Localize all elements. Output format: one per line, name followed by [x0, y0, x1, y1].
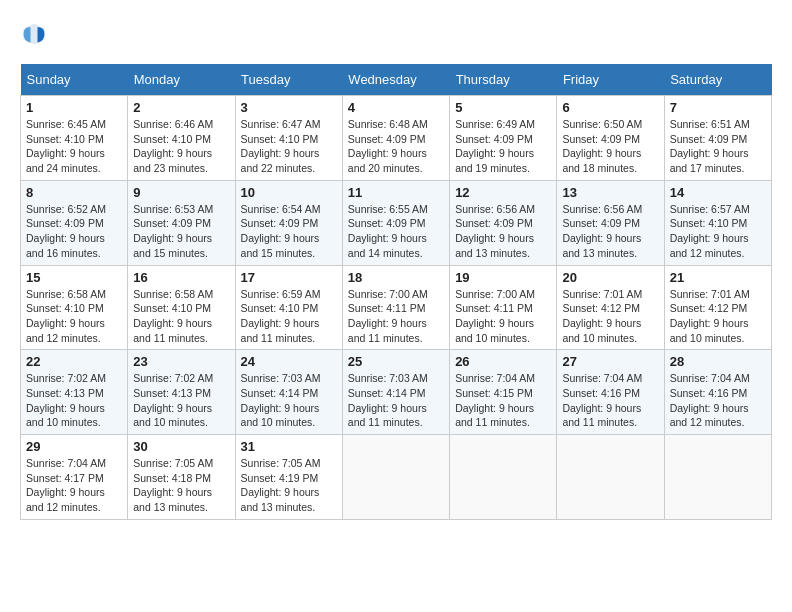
- day-info: Sunrise: 7:01 AMSunset: 4:12 PMDaylight:…: [562, 287, 658, 346]
- day-info: Sunrise: 6:56 AMSunset: 4:09 PMDaylight:…: [455, 202, 551, 261]
- calendar-cell: 29Sunrise: 7:04 AMSunset: 4:17 PMDayligh…: [21, 435, 128, 520]
- day-info: Sunrise: 6:45 AMSunset: 4:10 PMDaylight:…: [26, 117, 122, 176]
- day-number: 26: [455, 354, 551, 369]
- calendar-week-4: 22Sunrise: 7:02 AMSunset: 4:13 PMDayligh…: [21, 350, 772, 435]
- day-info: Sunrise: 7:02 AMSunset: 4:13 PMDaylight:…: [133, 371, 229, 430]
- calendar-cell: 28Sunrise: 7:04 AMSunset: 4:16 PMDayligh…: [664, 350, 771, 435]
- day-number: 31: [241, 439, 337, 454]
- calendar-cell: 3Sunrise: 6:47 AMSunset: 4:10 PMDaylight…: [235, 96, 342, 181]
- calendar-cell: 10Sunrise: 6:54 AMSunset: 4:09 PMDayligh…: [235, 180, 342, 265]
- calendar-cell: 17Sunrise: 6:59 AMSunset: 4:10 PMDayligh…: [235, 265, 342, 350]
- day-info: Sunrise: 6:59 AMSunset: 4:10 PMDaylight:…: [241, 287, 337, 346]
- day-info: Sunrise: 6:47 AMSunset: 4:10 PMDaylight:…: [241, 117, 337, 176]
- day-info: Sunrise: 6:50 AMSunset: 4:09 PMDaylight:…: [562, 117, 658, 176]
- calendar-cell: 27Sunrise: 7:04 AMSunset: 4:16 PMDayligh…: [557, 350, 664, 435]
- calendar-table: SundayMondayTuesdayWednesdayThursdayFrid…: [20, 64, 772, 520]
- calendar-week-5: 29Sunrise: 7:04 AMSunset: 4:17 PMDayligh…: [21, 435, 772, 520]
- day-info: Sunrise: 7:04 AMSunset: 4:15 PMDaylight:…: [455, 371, 551, 430]
- weekday-header-wednesday: Wednesday: [342, 64, 449, 96]
- calendar-cell: 30Sunrise: 7:05 AMSunset: 4:18 PMDayligh…: [128, 435, 235, 520]
- calendar-cell: [450, 435, 557, 520]
- day-number: 5: [455, 100, 551, 115]
- day-number: 14: [670, 185, 766, 200]
- day-number: 21: [670, 270, 766, 285]
- day-info: Sunrise: 6:57 AMSunset: 4:10 PMDaylight:…: [670, 202, 766, 261]
- day-number: 28: [670, 354, 766, 369]
- day-info: Sunrise: 7:00 AMSunset: 4:11 PMDaylight:…: [455, 287, 551, 346]
- weekday-header-friday: Friday: [557, 64, 664, 96]
- calendar-cell: 25Sunrise: 7:03 AMSunset: 4:14 PMDayligh…: [342, 350, 449, 435]
- day-number: 27: [562, 354, 658, 369]
- calendar-cell: 16Sunrise: 6:58 AMSunset: 4:10 PMDayligh…: [128, 265, 235, 350]
- day-info: Sunrise: 7:04 AMSunset: 4:16 PMDaylight:…: [670, 371, 766, 430]
- day-info: Sunrise: 7:00 AMSunset: 4:11 PMDaylight:…: [348, 287, 444, 346]
- calendar-cell: 13Sunrise: 6:56 AMSunset: 4:09 PMDayligh…: [557, 180, 664, 265]
- day-info: Sunrise: 6:51 AMSunset: 4:09 PMDaylight:…: [670, 117, 766, 176]
- day-number: 22: [26, 354, 122, 369]
- day-info: Sunrise: 6:58 AMSunset: 4:10 PMDaylight:…: [133, 287, 229, 346]
- weekday-header-sunday: Sunday: [21, 64, 128, 96]
- day-info: Sunrise: 7:01 AMSunset: 4:12 PMDaylight:…: [670, 287, 766, 346]
- day-number: 11: [348, 185, 444, 200]
- day-info: Sunrise: 6:46 AMSunset: 4:10 PMDaylight:…: [133, 117, 229, 176]
- day-number: 25: [348, 354, 444, 369]
- weekday-header-tuesday: Tuesday: [235, 64, 342, 96]
- day-number: 6: [562, 100, 658, 115]
- day-number: 15: [26, 270, 122, 285]
- day-number: 29: [26, 439, 122, 454]
- day-number: 7: [670, 100, 766, 115]
- day-info: Sunrise: 6:52 AMSunset: 4:09 PMDaylight:…: [26, 202, 122, 261]
- calendar-cell: 24Sunrise: 7:03 AMSunset: 4:14 PMDayligh…: [235, 350, 342, 435]
- day-number: 12: [455, 185, 551, 200]
- day-number: 16: [133, 270, 229, 285]
- calendar-cell: 11Sunrise: 6:55 AMSunset: 4:09 PMDayligh…: [342, 180, 449, 265]
- day-info: Sunrise: 7:05 AMSunset: 4:18 PMDaylight:…: [133, 456, 229, 515]
- weekday-header-thursday: Thursday: [450, 64, 557, 96]
- calendar-cell: 4Sunrise: 6:48 AMSunset: 4:09 PMDaylight…: [342, 96, 449, 181]
- calendar-cell: 8Sunrise: 6:52 AMSunset: 4:09 PMDaylight…: [21, 180, 128, 265]
- weekday-header-row: SundayMondayTuesdayWednesdayThursdayFrid…: [21, 64, 772, 96]
- weekday-header-monday: Monday: [128, 64, 235, 96]
- day-number: 18: [348, 270, 444, 285]
- calendar-cell: 18Sunrise: 7:00 AMSunset: 4:11 PMDayligh…: [342, 265, 449, 350]
- day-number: 13: [562, 185, 658, 200]
- calendar-cell: 21Sunrise: 7:01 AMSunset: 4:12 PMDayligh…: [664, 265, 771, 350]
- calendar-cell: 22Sunrise: 7:02 AMSunset: 4:13 PMDayligh…: [21, 350, 128, 435]
- day-info: Sunrise: 6:49 AMSunset: 4:09 PMDaylight:…: [455, 117, 551, 176]
- day-number: 19: [455, 270, 551, 285]
- day-info: Sunrise: 6:55 AMSunset: 4:09 PMDaylight:…: [348, 202, 444, 261]
- calendar-cell: 19Sunrise: 7:00 AMSunset: 4:11 PMDayligh…: [450, 265, 557, 350]
- logo-icon: [20, 20, 48, 48]
- calendar-week-2: 8Sunrise: 6:52 AMSunset: 4:09 PMDaylight…: [21, 180, 772, 265]
- calendar-cell: 23Sunrise: 7:02 AMSunset: 4:13 PMDayligh…: [128, 350, 235, 435]
- day-info: Sunrise: 6:58 AMSunset: 4:10 PMDaylight:…: [26, 287, 122, 346]
- header: [20, 20, 772, 48]
- day-info: Sunrise: 7:02 AMSunset: 4:13 PMDaylight:…: [26, 371, 122, 430]
- day-number: 1: [26, 100, 122, 115]
- calendar-cell: [664, 435, 771, 520]
- weekday-header-saturday: Saturday: [664, 64, 771, 96]
- day-info: Sunrise: 6:53 AMSunset: 4:09 PMDaylight:…: [133, 202, 229, 261]
- logo: [20, 20, 52, 48]
- page-container: SundayMondayTuesdayWednesdayThursdayFrid…: [20, 20, 772, 520]
- day-info: Sunrise: 7:04 AMSunset: 4:16 PMDaylight:…: [562, 371, 658, 430]
- calendar-cell: 6Sunrise: 6:50 AMSunset: 4:09 PMDaylight…: [557, 96, 664, 181]
- calendar-week-3: 15Sunrise: 6:58 AMSunset: 4:10 PMDayligh…: [21, 265, 772, 350]
- calendar-cell: 9Sunrise: 6:53 AMSunset: 4:09 PMDaylight…: [128, 180, 235, 265]
- calendar-header: SundayMondayTuesdayWednesdayThursdayFrid…: [21, 64, 772, 96]
- day-info: Sunrise: 7:03 AMSunset: 4:14 PMDaylight:…: [348, 371, 444, 430]
- day-info: Sunrise: 7:04 AMSunset: 4:17 PMDaylight:…: [26, 456, 122, 515]
- day-number: 2: [133, 100, 229, 115]
- day-info: Sunrise: 7:05 AMSunset: 4:19 PMDaylight:…: [241, 456, 337, 515]
- day-number: 17: [241, 270, 337, 285]
- calendar-body: 1Sunrise: 6:45 AMSunset: 4:10 PMDaylight…: [21, 96, 772, 520]
- calendar-cell: 31Sunrise: 7:05 AMSunset: 4:19 PMDayligh…: [235, 435, 342, 520]
- day-number: 9: [133, 185, 229, 200]
- calendar-cell: [557, 435, 664, 520]
- calendar-cell: 26Sunrise: 7:04 AMSunset: 4:15 PMDayligh…: [450, 350, 557, 435]
- day-info: Sunrise: 6:48 AMSunset: 4:09 PMDaylight:…: [348, 117, 444, 176]
- day-number: 3: [241, 100, 337, 115]
- calendar-cell: 14Sunrise: 6:57 AMSunset: 4:10 PMDayligh…: [664, 180, 771, 265]
- calendar-cell: 5Sunrise: 6:49 AMSunset: 4:09 PMDaylight…: [450, 96, 557, 181]
- day-info: Sunrise: 6:56 AMSunset: 4:09 PMDaylight:…: [562, 202, 658, 261]
